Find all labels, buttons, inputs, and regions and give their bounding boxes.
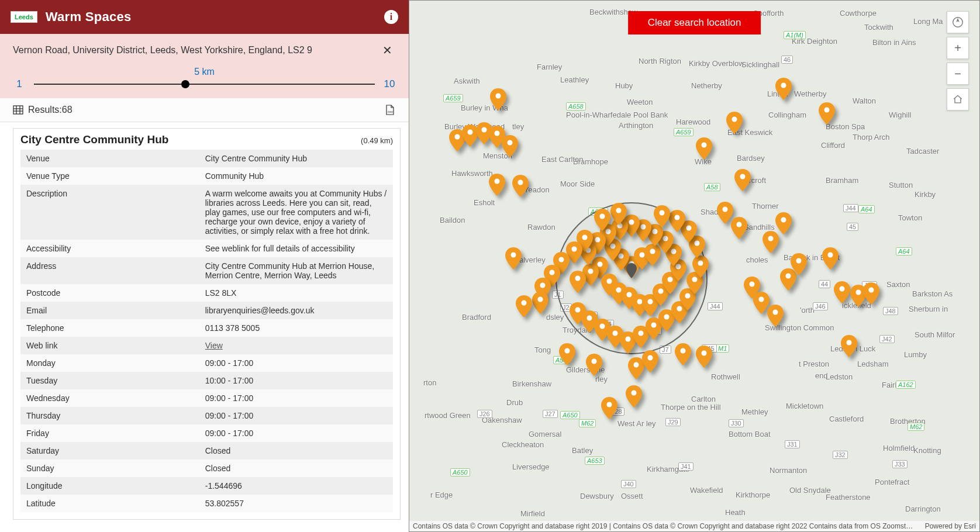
map-pin[interactable]: [791, 253, 807, 275]
weblink[interactable]: View: [205, 341, 223, 350]
map-pin[interactable]: [726, 112, 743, 134]
svg-point-31: [582, 235, 588, 240]
detail-key: Saturday: [20, 442, 199, 460]
map-place-label: Fairburn: [882, 381, 910, 389]
clear-search-location-button[interactable]: Clear search location: [628, 11, 761, 34]
map-place-label: Ossett: [621, 492, 643, 500]
detail-row: SaturdayClosed: [20, 442, 393, 460]
map-place-label: Thorpe on the Hill: [661, 403, 721, 412]
map-panel[interactable]: BeckwithshawSpofforthCowthorpeTockwithLo…: [409, 0, 980, 532]
map-pin[interactable]: [834, 281, 850, 303]
map-place-label: Esholt: [474, 198, 495, 207]
detail-key: Venue Type: [20, 167, 199, 185]
map-pin[interactable]: [570, 271, 586, 293]
map-pin[interactable]: [734, 169, 751, 191]
road-shield: A659: [443, 94, 463, 102]
svg-point-36: [538, 297, 543, 302]
map-pin[interactable]: [669, 210, 685, 232]
zoom-in-button[interactable]: +: [947, 37, 969, 59]
results-bar: Results:68 csv: [0, 98, 409, 122]
export-csv-icon[interactable]: csv: [384, 104, 396, 116]
svg-point-91: [828, 253, 833, 258]
map-place-label: Long Ma: [913, 17, 943, 26]
map-pin[interactable]: [654, 205, 670, 227]
info-icon[interactable]: i: [384, 10, 398, 24]
map-pin[interactable]: [559, 343, 575, 365]
table-icon[interactable]: [13, 105, 23, 115]
detail-value: LS2 8LX: [199, 284, 393, 302]
map-place-label: Walton: [853, 96, 876, 105]
map-pin[interactable]: [822, 247, 838, 270]
map-pin[interactable]: [490, 88, 506, 110]
map-place-label: Wetherby: [794, 89, 826, 98]
svg-point-53: [616, 208, 622, 213]
map-pin[interactable]: [696, 346, 712, 368]
map-pin[interactable]: [775, 78, 792, 100]
panel-header: Leeds Warm Spaces i: [0, 0, 409, 34]
detail-row: SundayClosed: [20, 460, 393, 477]
map-place-label: Hawksworth: [451, 169, 493, 178]
svg-point-78: [648, 355, 653, 361]
map-pin[interactable]: [775, 212, 792, 234]
map-controls: + −: [947, 11, 969, 110]
junction-shield: J32: [833, 451, 848, 459]
map-pin[interactable]: [586, 354, 602, 376]
junction-shield: J29: [665, 418, 681, 426]
map-place-label: Bottom Boat: [729, 430, 771, 438]
junction-shield: J30: [729, 419, 744, 427]
svg-point-83: [592, 359, 597, 364]
detail-value: City Centre Community Hub: [199, 150, 393, 167]
map-place-label: Cowthorpe: [840, 9, 877, 18]
map-pin[interactable]: [505, 247, 522, 270]
map-pin[interactable]: [696, 137, 712, 160]
leeds-logo: Leeds: [11, 11, 37, 23]
results-list[interactable]: City Centre Community Hub (0.49 km) Venu…: [0, 122, 409, 532]
map-pin[interactable]: [692, 255, 709, 278]
svg-point-23: [663, 236, 668, 241]
slider-track[interactable]: [34, 78, 375, 90]
clear-search-icon[interactable]: ✕: [379, 43, 396, 57]
map-place-label: Kirkby: [915, 190, 936, 199]
map-pin[interactable]: [516, 295, 532, 317]
detail-value: 09:00 - 17:00: [199, 407, 393, 424]
map-pin[interactable]: [642, 350, 658, 372]
map-pin[interactable]: [512, 175, 529, 197]
map-pin[interactable]: [841, 335, 857, 357]
slider-thumb[interactable]: [181, 80, 189, 88]
svg-point-80: [607, 402, 612, 407]
road-shield: M62: [907, 423, 924, 431]
map-pin[interactable]: [767, 305, 784, 327]
map-pin[interactable]: [863, 282, 879, 305]
svg-point-71: [796, 258, 802, 264]
map-pin[interactable]: [532, 292, 548, 314]
svg-point-39: [600, 324, 605, 329]
map-pin[interactable]: [489, 174, 505, 196]
map-pin[interactable]: [731, 217, 747, 239]
compass-button[interactable]: [947, 11, 969, 33]
map-place-label: Bardsey: [737, 154, 765, 163]
map-pin[interactable]: [819, 102, 835, 125]
detail-key: Address: [20, 257, 199, 284]
map-pin[interactable]: [610, 203, 627, 225]
detail-row: AddressCity Centre Community Hub at Merr…: [20, 257, 393, 284]
junction-shield: J44: [708, 302, 723, 310]
search-location-text[interactable]: Vernon Road, University District, Leeds,…: [13, 45, 379, 56]
detail-key: Sunday: [20, 460, 199, 477]
map-pin[interactable]: [502, 135, 518, 157]
svg-point-42: [639, 331, 644, 336]
junction-shield: J42: [879, 335, 895, 343]
svg-point-50: [686, 226, 692, 231]
map-place-label: Brotherton: [890, 417, 926, 426]
map-canvas[interactable]: BeckwithshawSpofforthCowthorpeTockwithLo…: [409, 1, 979, 531]
map-pin[interactable]: [594, 209, 610, 231]
home-button[interactable]: [947, 88, 969, 110]
result-card[interactable]: City Centre Community Hub (0.49 km) Venu…: [13, 128, 401, 520]
svg-point-24: [653, 229, 658, 234]
detail-row: AccessibilitySee weblink for full detail…: [20, 240, 393, 257]
svg-point-85: [781, 83, 786, 88]
map-pin[interactable]: [675, 343, 691, 365]
map-pin[interactable]: [601, 397, 617, 419]
map-place-label: dsley: [546, 313, 564, 322]
map-pin[interactable]: [626, 385, 642, 407]
zoom-out-button[interactable]: −: [947, 63, 969, 85]
